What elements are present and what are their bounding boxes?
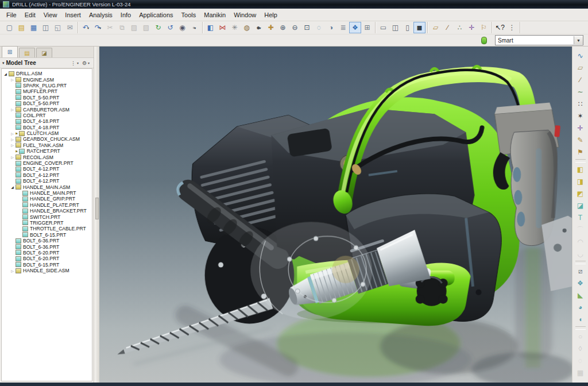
select-filter-button[interactable]: ▫▾ [188,22,200,33]
collapsed-arrow-icon[interactable]: ▷ [10,137,15,141]
datum-plane-tool-button[interactable]: ▱ [575,63,586,73]
tree-item-switch-prt[interactable]: SWITCH.PRT [2,214,92,219]
expanded-arrow-icon[interactable]: ◢ [3,72,8,76]
menu-view[interactable]: View [40,10,61,20]
zoom-out-button[interactable]: ⊖ [289,22,301,33]
dropdown-arrow-icon[interactable]: ▾ [260,26,261,30]
print-preview-button[interactable]: ◱ [52,22,64,33]
tree-item-coil-prt[interactable]: COIL.PRT [2,113,92,118]
find-button[interactable]: ◉ [176,22,188,33]
datum-planes-toggle-button[interactable]: ▱ [430,22,442,33]
tree-item-fuel-tank-asm[interactable]: ▷FUEL_TANK.ASM [2,142,92,148]
tree-item-bolt-5-50-prt[interactable]: BOLT_5-50.PRT [2,101,92,106]
datum-axes-toggle-button[interactable]: ∕ [442,22,454,33]
3d-model-canvas[interactable] [99,47,572,383]
datum-point-tool-button[interactable]: ∷ [575,99,586,109]
zoom-in-button[interactable]: ⊕ [277,22,289,33]
folder-browser-tab[interactable]: ▤ [19,48,35,57]
round-tool-button[interactable]: ◕ [575,302,586,312]
shaded-sphere-button[interactable]: ●▾ [253,22,265,33]
collapsed-arrow-icon[interactable]: ▷ [10,78,15,82]
tree-item-clutch-asm[interactable]: ▷⚑CLUTCH.ASM [2,130,92,136]
tree-item-handle-plate-prt[interactable]: HANDLE_PLATE.PRT [2,202,92,208]
undo-button[interactable]: ↶▾ [80,22,92,33]
model-tree-tab[interactable]: ⊞ [2,46,18,57]
style-tool-button[interactable]: T [575,213,586,223]
coordinate-systems-toggle-button[interactable]: ✛ [466,22,478,33]
tree-item-recoil-asm[interactable]: ▷RECOIL.ASM [2,154,92,160]
wireframe-display-button[interactable]: ▭ [377,22,389,33]
tree-item-engine-asm[interactable]: ▷ENGINE.ASM [2,76,92,82]
tree-header-caret-icon[interactable]: ▾ [2,61,5,65]
tree-item-bolt-4-18-prt[interactable]: BOLT_4-18.PRT [2,125,92,130]
tree-item-bolt-4-12-prt[interactable]: BOLT_4-12.PRT [2,166,92,172]
shaded-display-button[interactable]: ◼ [413,22,425,33]
dropdown-arrow-icon[interactable]: ▾ [194,26,196,30]
menu-file[interactable]: File [2,10,21,20]
splitter-handle[interactable] [95,198,99,219]
tree-item-handle-side-asm[interactable]: ▷HANDLE_SIDE.ASM [2,268,92,273]
selection-filter-combobox[interactable]: Smart ▼ [495,35,583,45]
send-email-button[interactable]: ✉ [64,22,76,33]
menu-manikin[interactable]: Manikin [200,10,230,20]
image-capture-button[interactable]: ◧ [204,22,216,33]
extrude-tool-button[interactable]: ◧ [575,164,586,175]
datum-points-toggle-button[interactable]: ∴ [454,22,466,33]
tree-item-handle-grip-prt[interactable]: HANDLE_GRIP.PRT [2,196,92,202]
layers-button[interactable]: ≣ [337,22,349,33]
tree-item-handle-main-prt[interactable]: HANDLE_MAIN.PRT [2,190,92,196]
sketch-tool-button[interactable]: ✎ [575,135,586,145]
tree-item-ratchet-prt[interactable]: ⚑RATCHET.PRT [2,148,92,154]
print-button[interactable]: ◫ [40,22,52,33]
dropdown-arrow-icon[interactable]: ▾ [87,26,89,30]
repaint-button[interactable]: ◌ [313,22,325,33]
custom-regenerate-button[interactable]: ↺ [164,22,176,33]
sweep-tool-button[interactable]: ◩ [575,188,586,199]
open-file-button[interactable]: ▤ [16,22,28,33]
model-player-button[interactable]: ⋈ [216,22,229,33]
tree-item-bolt-6-20-prt[interactable]: BOLT_6-20.PRT [2,250,92,256]
spin-button[interactable]: ✚ [265,22,277,33]
tree-item-bolt-6-20-prt[interactable]: BOLT_6-20.PRT [2,256,92,261]
plane-orient-tool-button[interactable]: ❖ [575,278,586,288]
tree-item-engine-cover-prt[interactable]: ENGINE_COVER.PRT [2,160,92,166]
render-setup-button[interactable]: ◍ [241,22,253,33]
saved-views-button[interactable]: ❖ [349,22,361,33]
menu-info[interactable]: Info [117,10,135,20]
menu-tools[interactable]: Tools [177,10,200,20]
redo-button[interactable]: ↷▾ [92,22,104,33]
collapsed-arrow-icon[interactable]: ▷ [10,107,15,111]
lamp-button[interactable]: ✳ [229,22,241,33]
blend-tool-button[interactable]: ◪ [575,200,586,211]
annotations-toggle-button[interactable]: ⚐ [478,22,490,33]
tree-item-carburetor-asm[interactable]: ▷CARBURETOR.ASM [2,106,92,112]
datum-curve-spline-button[interactable]: ∿ [575,51,586,61]
tree-item-bolt-6-36-prt[interactable]: BOLT_6-36.PRT [2,238,92,244]
favorites-tab[interactable]: ◪ [36,48,52,57]
tree-item-bolt-4-12-prt[interactable]: BOLT_4-12.PRT [2,178,92,184]
tree-item-gearbox-chuck-asm[interactable]: ▷GEARBOX_CHUCK.ASM [2,136,92,142]
context-help-button[interactable]: ↖? [494,22,506,33]
combo-dropdown-arrow-icon[interactable]: ▼ [574,36,583,44]
refit-button[interactable]: ⊡ [301,22,313,33]
command-search-button[interactable]: ⋮ [506,22,518,33]
tree-item-bolt-6-15-prt[interactable]: BOLT_6-15.PRT [2,262,92,268]
menu-insert[interactable]: Insert [61,10,85,20]
save-file-button[interactable]: ▦ [28,22,40,33]
coordinate-system-tool-button[interactable]: ✛ [575,123,586,133]
datum-axis-tool-button[interactable]: ∕ [575,75,586,85]
dropdown-arrow-icon[interactable]: ▾ [99,26,101,30]
orient-mode-button[interactable]: ◑ [325,22,337,33]
menu-help[interactable]: Help [260,10,281,20]
draft-tool-button[interactable]: ◖ [575,314,586,325]
tree-item-bolt-4-12-prt[interactable]: BOLT_4-12.PRT [2,172,92,178]
annotation-feature-tool-button[interactable]: ⚑ [575,147,586,157]
view-manager-button[interactable]: ⊞ [361,22,373,33]
tree-item-bolt-6-36-prt[interactable]: BOLT_6-36.PRT [2,244,92,249]
sketched-curve-tool-button[interactable]: ∼ [575,87,586,97]
collapsed-arrow-icon[interactable]: ▷ [10,269,15,273]
chamfer-tool-button[interactable]: ◣ [575,290,586,300]
clutch-housing[interactable] [250,222,372,319]
collapsed-arrow-icon[interactable]: ▷ [10,143,15,147]
tree-show-button[interactable]: ⋮▾ [69,60,80,66]
